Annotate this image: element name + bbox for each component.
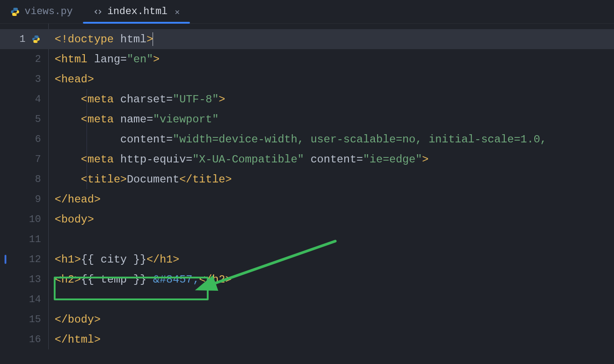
code-line[interactable]: </body> (48, 309, 614, 329)
indent-guide (87, 89, 87, 189)
code-line[interactable]: <head> (48, 69, 614, 89)
code-area[interactable]: <!doctype html><html lang="en"><head> <m… (48, 24, 614, 349)
code-line[interactable] (48, 289, 614, 309)
line-number: 16 (0, 329, 48, 349)
line-number: 2 (0, 49, 48, 69)
tab-index-html[interactable]: index.html ✕ (83, 0, 190, 23)
line-number: 3 (0, 69, 48, 89)
line-number: 6 (0, 129, 48, 149)
html-file-icon (93, 7, 103, 17)
code-line[interactable] (48, 229, 614, 249)
code-line[interactable]: <meta name="viewport" (48, 109, 614, 129)
code-line[interactable]: </head> (48, 189, 614, 209)
tab-label: views.py (25, 6, 73, 17)
line-number: 11 (0, 229, 48, 249)
line-number: 7 (0, 149, 48, 169)
code-line[interactable]: <title>Document</title> (48, 169, 614, 189)
line-number: 5 (0, 109, 48, 129)
line-number: 14 (0, 289, 48, 309)
line-number: 9 (0, 189, 48, 209)
text-caret (153, 32, 153, 46)
line-number: 15 (0, 309, 48, 329)
code-line[interactable]: </html> (48, 329, 614, 349)
code-line[interactable]: <meta charset="UTF-8"> (48, 89, 614, 109)
code-line[interactable]: <html lang="en"> (48, 49, 614, 69)
line-number: 12 (0, 249, 48, 269)
code-line[interactable]: <h1>{{ city }}</h1> (48, 249, 614, 269)
python-icon (31, 34, 41, 44)
line-number: 4 (0, 89, 48, 109)
code-line[interactable]: content="width=device-width, user-scalab… (48, 129, 614, 149)
code-line[interactable]: <meta http-equiv="X-UA-Compatible" conte… (48, 149, 614, 169)
tab-views-py[interactable]: views.py (0, 0, 83, 23)
line-number: 10 (0, 209, 48, 229)
tab-label: index.html (107, 6, 168, 17)
code-editor[interactable]: 12345678910111213141516 <!doctype html><… (0, 24, 614, 349)
code-line[interactable]: <!doctype html> (48, 29, 614, 49)
line-number: 8 (0, 169, 48, 189)
python-icon (10, 7, 20, 17)
line-number-gutter: 12345678910111213141516 (0, 24, 48, 349)
line-number: 13 (0, 269, 48, 289)
code-line[interactable]: <h2>{{ temp }} &#8457;</h2> (48, 269, 614, 289)
line-number: 1 (0, 29, 48, 49)
code-line[interactable]: <body> (48, 209, 614, 229)
close-icon[interactable]: ✕ (175, 7, 180, 17)
editor-tab-bar: views.py index.html ✕ (0, 0, 614, 24)
